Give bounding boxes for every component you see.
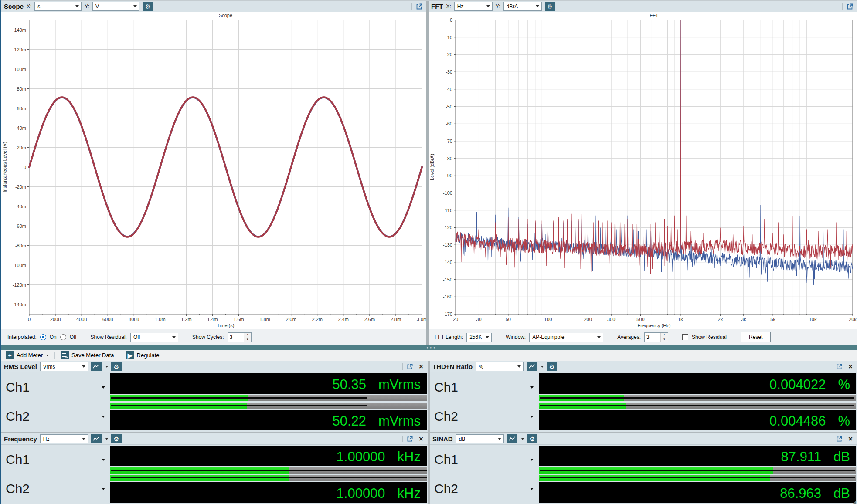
show-cycles-input[interactable] — [228, 333, 244, 342]
meter-popout-button[interactable] — [406, 363, 414, 370]
svg-text:-100m: -100m — [13, 263, 26, 268]
svg-text:30: 30 — [476, 317, 481, 322]
meter-popout-button[interactable] — [835, 363, 843, 370]
meter-unit-select[interactable]: % — [476, 362, 524, 371]
popout-icon — [407, 363, 413, 370]
level-bar-peak — [540, 397, 854, 399]
svg-text:Frequency (Hz): Frequency (Hz) — [638, 323, 671, 328]
regulate-button[interactable]: ▶ Regulate — [124, 350, 162, 360]
meter-settings-button[interactable]: ⚙ — [111, 434, 122, 443]
fft-plot-area[interactable]: 2030501002003005001k2k3k5k10k20k0-10-20-… — [428, 12, 857, 329]
scope-x-units-select[interactable]: s — [34, 2, 82, 11]
channel-row-ch1: Ch1 1.00000 kHz — [1, 446, 427, 474]
add-meter-button[interactable]: + Add Meter — [3, 350, 51, 360]
chevron-down-icon[interactable] — [541, 366, 544, 368]
meter-graph-button[interactable] — [507, 434, 517, 443]
meter-graph-button[interactable] — [91, 434, 102, 443]
svg-text:20: 20 — [453, 317, 458, 322]
meter-title: RMS Level — [4, 363, 37, 370]
resize-grip[interactable]: ◢ — [853, 500, 856, 504]
gear-icon: ⚙ — [145, 3, 151, 10]
scope-plot-area[interactable]: 0200u400u600u800u1.0m1.2m1.4m1.6m1.8m2.0… — [1, 12, 426, 329]
channel-selector[interactable]: Ch1 — [1, 373, 110, 401]
meter-unit: mVrms — [378, 413, 421, 430]
save-data-icon — [61, 351, 69, 359]
svg-text:-100: -100 — [443, 190, 452, 196]
meter-unit: dB — [833, 448, 850, 466]
stepper-down-button[interactable]: ▼ — [244, 337, 251, 342]
meter-close-button[interactable]: × — [417, 435, 425, 443]
show-residual-checkbox[interactable] — [682, 334, 688, 340]
chevron-down-icon[interactable] — [521, 438, 524, 440]
meter-unit-select[interactable]: Vrms — [40, 362, 88, 371]
level-bar-peak — [111, 477, 427, 478]
level-bar — [539, 475, 856, 481]
channel-selector[interactable]: Ch2 — [430, 475, 539, 503]
svg-text:-60m: -60m — [15, 223, 26, 229]
fft-y-units-select[interactable]: dBrA — [503, 2, 542, 11]
interpolated-off-radio[interactable] — [60, 334, 66, 340]
chevron-down-icon — [102, 416, 105, 418]
meter-unit-select[interactable]: Hz — [40, 434, 88, 443]
gear-icon: ⚙ — [114, 363, 119, 370]
scope-chart[interactable]: 0200u400u600u800u1.0m1.2m1.4m1.6m1.8m2.0… — [1, 12, 426, 329]
scope-popout-button[interactable] — [415, 3, 424, 10]
channel-selector[interactable]: Ch2 — [430, 403, 539, 430]
show-residual-select[interactable]: Off — [130, 333, 178, 342]
stepper-down-button[interactable]: ▼ — [661, 337, 668, 342]
meter-close-button[interactable]: × — [847, 435, 854, 443]
meter-close-button[interactable]: × — [847, 362, 854, 371]
meter-display: 50.22 mVrms — [110, 410, 427, 430]
chevron-down-icon — [82, 365, 85, 368]
averages-input[interactable] — [645, 333, 660, 342]
chevron-down-icon[interactable] — [105, 438, 108, 440]
svg-text:-20m: -20m — [15, 184, 26, 189]
averages-stepper[interactable]: ▲ ▼ — [644, 332, 668, 342]
chevron-down-icon[interactable] — [105, 366, 108, 368]
channel-selector[interactable]: Ch1 — [1, 446, 110, 474]
fft-x-units-select[interactable]: Hz — [454, 2, 493, 11]
meter-settings-button[interactable]: ⚙ — [111, 362, 122, 371]
fft-popout-button[interactable] — [846, 3, 854, 10]
svg-text:0: 0 — [28, 317, 31, 322]
meter-display: 87.911 dB — [539, 446, 856, 466]
scope-y-units-select[interactable]: V — [92, 2, 139, 11]
scope-settings-button[interactable]: ⚙ — [143, 2, 153, 11]
save-meter-data-button[interactable]: Save Meter Data — [58, 350, 116, 360]
meter-popout-button[interactable] — [406, 436, 414, 442]
scope-panel-title: Scope — [4, 3, 24, 10]
meter-graph-button[interactable] — [91, 362, 102, 371]
fft-length-select[interactable]: 256K — [466, 333, 492, 342]
meter-settings-button[interactable]: ⚙ — [527, 434, 537, 443]
meter-popout-button[interactable] — [835, 436, 843, 442]
fft-chart[interactable]: 2030501002003005001k2k3k5k10k20k0-10-20-… — [428, 12, 857, 329]
meter-title: SINAD — [432, 435, 453, 443]
interpolated-on-radio[interactable] — [40, 334, 46, 340]
meter-body: Ch1 0.004022 % Ch2 — [430, 372, 857, 432]
channel-selector[interactable]: Ch2 — [1, 475, 110, 503]
show-cycles-stepper[interactable]: ▲ ▼ — [228, 332, 252, 342]
divider — [832, 363, 832, 370]
stepper-up-button[interactable]: ▲ — [244, 333, 251, 338]
reset-button[interactable]: Reset — [741, 332, 771, 342]
stepper-up-button[interactable]: ▲ — [661, 333, 668, 338]
meter-unit-select[interactable]: dB — [456, 434, 504, 443]
channel-selector[interactable]: Ch1 — [430, 373, 539, 401]
horizontal-splitter[interactable]: ●●● — [1, 345, 857, 350]
level-bar — [539, 403, 856, 409]
meter-settings-button[interactable]: ⚙ — [547, 362, 557, 371]
chevron-down-icon — [536, 5, 539, 7]
channel-selector[interactable]: Ch2 — [1, 403, 110, 430]
window-select[interactable]: AP-Equiripple — [529, 333, 603, 342]
meter-close-button[interactable]: × — [417, 362, 425, 371]
popout-icon — [847, 3, 854, 10]
meter-graph-button[interactable] — [527, 362, 537, 371]
fft-settings-button[interactable]: ⚙ — [545, 2, 555, 11]
meter-value: 0.004022 — [769, 376, 826, 393]
meter-frequency: Frequency Hz ⚙ × Ch1 — [1, 433, 428, 504]
svg-text:-120m: -120m — [13, 282, 26, 288]
svg-text:120m: 120m — [14, 47, 26, 52]
svg-text:3k: 3k — [741, 317, 746, 322]
channel-selector[interactable]: Ch1 — [430, 446, 539, 474]
svg-text:-50: -50 — [446, 104, 452, 109]
